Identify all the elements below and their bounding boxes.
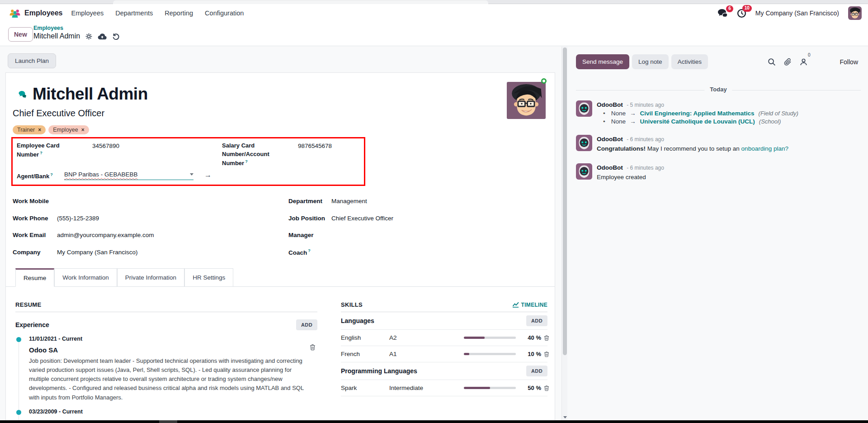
add-programming-skill-button[interactable]: ADD [526, 366, 547, 376]
highlight-annotation-box: Employee Card Number? 34567890 Salary Ca… [11, 137, 365, 186]
company-switcher[interactable]: My Company (San Francisco) [755, 10, 839, 17]
followers-icon[interactable]: 0 [800, 58, 807, 66]
tag-employee[interactable]: Employee × [48, 125, 89, 134]
app-name: Employees [24, 9, 62, 17]
launch-plan-button[interactable]: Launch Plan [8, 53, 56, 68]
activities-button[interactable]: Activities [671, 54, 708, 69]
skill-group-programming: Programming Languages ADD [341, 362, 547, 380]
salary-card-number-label: Salary Card Number/Account Number? [222, 142, 281, 168]
send-message-button[interactable]: Send message [576, 54, 629, 69]
timeline-dot [16, 410, 21, 415]
odoobot-avatar [576, 163, 592, 180]
chatter-message: OdooBot - 6 minutes ago Congratulations!… [576, 135, 861, 153]
employees-app-icon [9, 8, 21, 18]
delete-skill-icon[interactable] [544, 335, 549, 341]
skill-group-name: Languages [341, 317, 374, 324]
old-value: None [611, 118, 626, 125]
new-value-link[interactable]: Civil Engineering: Applied Mathematics [640, 110, 755, 117]
experience-company[interactable]: Odoo SA [29, 346, 317, 354]
skills-timeline-link[interactable]: TIMELINE [512, 302, 547, 308]
experience-heading: Experience [15, 321, 49, 328]
tab-resume[interactable]: Resume [15, 268, 54, 287]
new-value-link[interactable]: Université Catholique de Louvain (UCL) [640, 118, 755, 125]
scrollbar-down-arrow[interactable] [563, 416, 567, 418]
attachments-paperclip-icon[interactable] [784, 58, 792, 66]
scrollbar-thumb[interactable] [563, 48, 567, 355]
nav-menu-departments[interactable]: Departments [109, 7, 159, 19]
bullet: • [603, 110, 605, 117]
tab-private-information[interactable]: Private Information [117, 268, 184, 287]
field-name-note: (Field of Study) [759, 110, 798, 117]
form-scrollbar[interactable] [561, 47, 567, 420]
skill-group-name: Programming Languages [341, 367, 417, 375]
discard-undo-icon[interactable] [112, 33, 119, 40]
skill-progress-bar [464, 387, 516, 389]
follow-button[interactable]: Follow [837, 58, 861, 66]
save-cloud-icon[interactable] [98, 33, 107, 40]
tab-hr-settings[interactable]: HR Settings [184, 268, 233, 287]
settings-gear-icon[interactable] [85, 33, 92, 40]
apps-menu-button[interactable]: Employees [6, 6, 65, 20]
field-label: Coach? [288, 248, 331, 256]
new-button[interactable]: New [8, 27, 33, 42]
nav-menu-employees[interactable]: Employees [65, 7, 109, 19]
salary-card-number-value[interactable]: 9876545678 [298, 143, 332, 149]
online-status-indicator [541, 78, 547, 84]
help-icon: ? [245, 159, 248, 164]
message-time: - 5 minutes ago [627, 102, 664, 108]
field-value[interactable]: (555)-125-2389 [57, 215, 99, 222]
employee-photo[interactable] [507, 82, 546, 119]
field-label: Company [13, 249, 57, 256]
skill-row-french[interactable]: French A1 10 % [341, 346, 547, 362]
messages-menu-button[interactable]: 6 [718, 9, 728, 18]
old-value: None [611, 110, 626, 117]
chatter-message: OdooBot - 6 minutes ago Employee created [576, 163, 861, 182]
breadcrumb-parent-link[interactable]: Employees [33, 25, 119, 31]
onboarding-plan-link[interactable]: onboarding plan? [741, 145, 788, 152]
control-panel: New Employees Mitchell Admin [0, 22, 868, 46]
tab-work-information[interactable]: Work Information [54, 268, 117, 287]
field-value[interactable]: admin@yourcompany.example.com [57, 232, 154, 238]
employee-chat-icon[interactable] [19, 90, 27, 98]
delete-experience-icon[interactable] [310, 344, 316, 351]
skill-row-spark[interactable]: Spark Intermediate 50 % [341, 380, 547, 396]
contact-fields: Work Mobile Work Phone (555)-125-2389 Wo… [13, 193, 273, 261]
message-body: Employee created [597, 173, 664, 182]
skill-name: English [341, 334, 389, 341]
help-icon: ? [40, 151, 42, 155]
tag-label: Employee [53, 127, 78, 133]
add-language-skill-button[interactable]: ADD [526, 315, 547, 326]
message-author: OdooBot [597, 136, 623, 143]
odoobot-avatar [576, 100, 592, 117]
field-value[interactable]: Management [331, 198, 367, 204]
log-note-button[interactable]: Log note [632, 54, 669, 69]
job-title-field[interactable]: Chief Executive Officer [13, 108, 104, 119]
activities-menu-button[interactable]: 10 [737, 9, 746, 18]
tag-trainer[interactable]: Trainer × [13, 125, 46, 134]
form-sheet: Mitchell Admin Chief Executive Officer T… [5, 72, 555, 420]
chatter-message: OdooBot - 5 minutes ago • None → Civil E… [576, 100, 861, 125]
employee-card-number-value[interactable]: 34567890 [92, 143, 119, 149]
delete-skill-icon[interactable] [544, 385, 549, 391]
tag-remove-icon[interactable]: × [38, 127, 41, 133]
employee-name-field[interactable]: Mitchell Admin [33, 85, 148, 104]
skill-row-english[interactable]: English A2 40 % [341, 330, 547, 346]
arrow-icon: → [630, 110, 636, 117]
delete-skill-icon[interactable] [544, 351, 549, 357]
internal-link-arrow-icon[interactable]: → [204, 171, 212, 179]
skill-progress-bar [464, 353, 516, 355]
nav-menu-reporting[interactable]: Reporting [159, 7, 199, 19]
bullet: • [603, 118, 605, 125]
user-menu-avatar[interactable] [848, 6, 862, 20]
nav-menu-configuration[interactable]: Configuration [199, 7, 250, 19]
employee-tags: Trainer × Employee × [13, 125, 89, 134]
skill-level: A2 [389, 334, 464, 341]
add-experience-button[interactable]: ADD [296, 319, 317, 330]
skill-level: Intermediate [389, 385, 464, 391]
field-value[interactable]: Chief Executive Officer [331, 215, 393, 222]
help-icon: ? [50, 172, 53, 177]
search-messages-icon[interactable] [768, 58, 776, 66]
field-value[interactable]: My Company (San Francisco) [57, 249, 138, 256]
agent-bank-select[interactable]: BNP Paribas - GEBABEBB [64, 171, 193, 180]
tag-remove-icon[interactable]: × [81, 127, 85, 133]
